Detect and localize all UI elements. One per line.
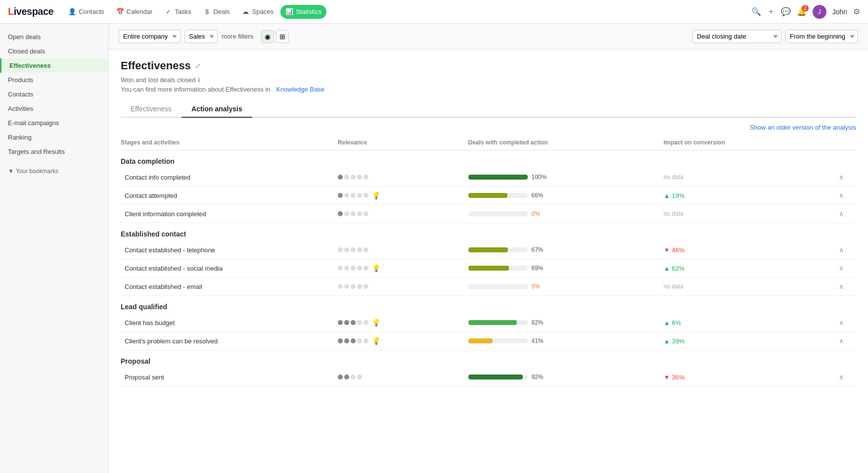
bar-fill: [468, 320, 517, 325]
knowledge-base-row: You can find more information about Effe…: [121, 86, 856, 93]
page-title-row: Effectiveness ⤢: [121, 59, 856, 72]
more-filters-link[interactable]: more filters: [222, 33, 253, 40]
table-row: Contact established - social media💡69%▲ …: [121, 259, 856, 278]
sales-filter[interactable]: Sales: [184, 30, 218, 43]
sidebar-item-products[interactable]: Products: [0, 73, 108, 87]
relevance-dot: [351, 266, 356, 271]
pie-chart-view-button[interactable]: ◉: [261, 30, 274, 43]
section-header-proposal: Proposal: [121, 350, 856, 368]
sections-container: Data completionContact info completed100…: [121, 150, 856, 386]
activity-name: Proposal sent: [121, 374, 338, 381]
relevance-dot: [344, 338, 349, 343]
bar-container: 41%: [468, 337, 664, 344]
bar-container: 0%: [468, 210, 664, 217]
bar-track: [468, 266, 528, 271]
sidebar-item-effectiveness[interactable]: Effectiveness: [0, 58, 108, 73]
lightbulb-icon: 💡: [372, 264, 380, 272]
sidebar-item-ranking[interactable]: Ranking: [0, 130, 108, 144]
expand-chevron[interactable]: ∧: [826, 319, 856, 327]
filter-right: Deal closing date From the beginning: [692, 30, 858, 43]
sidebar-item-closed-deals[interactable]: Closed deals: [0, 44, 108, 58]
nav-tasks[interactable]: ✓ Tasks: [159, 5, 196, 19]
expand-chevron[interactable]: ∧: [826, 246, 856, 254]
expand-chevron[interactable]: ∧: [826, 373, 856, 381]
notifications-icon[interactable]: 🔔 2: [797, 7, 807, 16]
relevance-dots: [338, 247, 468, 252]
nav-calendar[interactable]: 📅 Calendar: [111, 5, 158, 19]
user-name: John: [832, 8, 847, 16]
tab-action-analysis[interactable]: Action analysis: [182, 101, 252, 118]
pin-icon[interactable]: ⤢: [195, 62, 201, 70]
relevance-dots: [338, 175, 468, 180]
sidebar-item-activities[interactable]: Activities: [0, 101, 108, 116]
activity-name: Contact established - social media: [121, 265, 338, 272]
relevance-dot: [351, 284, 356, 289]
sidebar-bookmarks[interactable]: ▼ Your bookmarks: [0, 163, 108, 180]
show-older-link[interactable]: Show an older version of the analysis: [750, 124, 856, 131]
relevance-dot: [338, 375, 343, 379]
sidebar-item-contacts[interactable]: Contacts: [0, 87, 108, 101]
relevance-dot: [357, 338, 362, 343]
expand-chevron[interactable]: ∧: [826, 173, 856, 181]
lightbulb-icon: 💡: [372, 319, 380, 327]
avatar[interactable]: J: [813, 5, 826, 19]
activity-name: Contact attempted: [121, 192, 338, 199]
company-filter[interactable]: Entire company: [119, 30, 181, 43]
sidebar-item-email-campaigns[interactable]: E-mail campaigns: [0, 116, 108, 130]
lightbulb-icon: 💡: [372, 337, 380, 345]
impact-value: ▲ 19%: [664, 192, 826, 199]
topnav: Livespace 👤 Contacts 📅 Calendar ✓ Tasks …: [0, 0, 868, 24]
range-filter[interactable]: From the beginning: [785, 30, 858, 43]
impact-value: no data: [664, 283, 826, 290]
bar-fill: [468, 375, 523, 379]
expand-chevron[interactable]: ∧: [826, 210, 856, 218]
relevance-dot: [338, 320, 343, 325]
tasks-icon: ✓: [164, 8, 172, 16]
add-icon[interactable]: ＋: [767, 6, 775, 17]
impact-value: ▲ 6%: [664, 319, 826, 327]
bar-track: [468, 193, 528, 198]
expand-chevron[interactable]: ∧: [826, 191, 856, 199]
relevance-dots: 💡: [338, 191, 468, 199]
search-icon[interactable]: 🔍: [751, 7, 761, 16]
relevance-dot: [344, 375, 349, 379]
relevance-dot: [357, 175, 362, 180]
grid-view-button[interactable]: ⊞: [276, 30, 289, 43]
analysis-header: Show an older version of the analysis: [121, 118, 856, 135]
relevance-dot: [338, 175, 343, 180]
relevance-dot: [344, 247, 349, 252]
bar-track: [468, 338, 528, 343]
spaces-icon: ☁: [242, 8, 250, 16]
relevance-dot: [338, 211, 343, 216]
section-header-established-contact: Established contact: [121, 223, 856, 241]
nav-deals[interactable]: $ Deals: [198, 5, 235, 19]
bar-percentage: 67%: [532, 246, 549, 253]
statistics-icon: 📊: [285, 8, 293, 16]
bar-percentage: 41%: [532, 337, 549, 344]
knowledge-base-link[interactable]: Knowledge Base: [276, 86, 324, 93]
bar-track: [468, 247, 528, 252]
table-row: Contact info completed100%no data∧: [121, 168, 856, 187]
bar-track: [468, 375, 528, 379]
settings-icon[interactable]: ⚙: [853, 7, 860, 16]
nav-contacts[interactable]: 👤 Contacts: [63, 5, 109, 19]
date-filter[interactable]: Deal closing date: [692, 30, 781, 43]
lightbulb-icon: 💡: [372, 191, 380, 199]
sidebar-item-targets-and-results[interactable]: Targets and Results: [0, 144, 108, 159]
bar-percentage: 66%: [532, 192, 549, 199]
chat-icon[interactable]: 💬: [781, 7, 791, 16]
bar-track: [468, 320, 528, 325]
nav-spaces[interactable]: ☁ Spaces: [237, 5, 278, 19]
expand-chevron[interactable]: ∧: [826, 337, 856, 345]
sidebar-item-open-deals[interactable]: Open deals: [0, 30, 108, 44]
expand-chevron[interactable]: ∧: [826, 264, 856, 272]
relevance-dot: [357, 375, 362, 379]
info-icon[interactable]: ℹ: [198, 77, 200, 84]
expand-chevron[interactable]: ∧: [826, 283, 856, 290]
bar-container: 92%: [468, 374, 664, 380]
layout: Open deals Closed deals Effectiveness Pr…: [0, 24, 868, 473]
view-icons: ◉ ⊞: [261, 30, 289, 43]
impact-value: no data: [664, 174, 826, 181]
tab-effectiveness[interactable]: Effectiveness: [121, 101, 182, 118]
nav-statistics[interactable]: 📊 Statistics: [280, 5, 326, 19]
